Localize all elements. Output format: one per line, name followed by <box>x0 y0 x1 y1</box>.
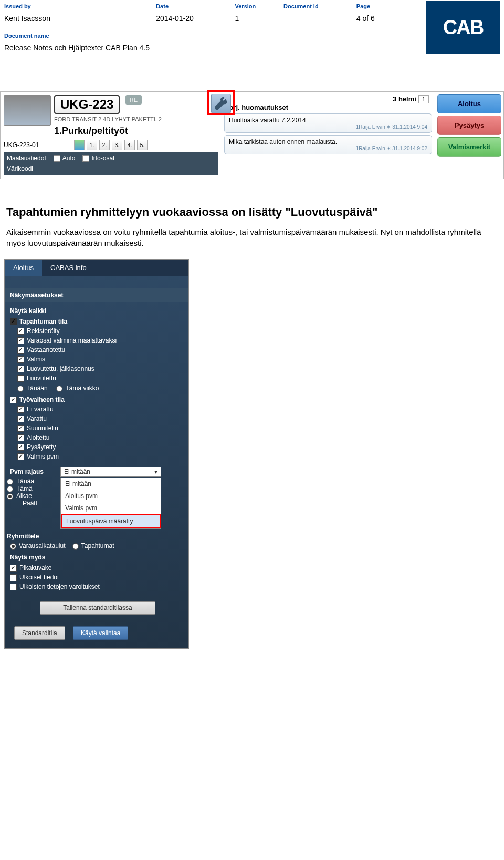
checkbox[interactable] <box>10 565 17 572</box>
value-page: 4 of 6 <box>356 14 375 23</box>
checkbox[interactable] <box>17 347 24 354</box>
radio[interactable] <box>7 479 13 485</box>
doc-header: Issued by Date Version Document id Page … <box>0 0 504 55</box>
list-item: Vastaanotettu <box>17 345 183 355</box>
checkbox[interactable] <box>17 366 24 372</box>
radio[interactable] <box>7 486 13 492</box>
section-title: Tapahtumien ryhmittelyyn vuokaaviossa on… <box>6 205 498 219</box>
datefilter-select[interactable]: Ei mitään ▾ <box>60 467 161 477</box>
standard-mode-button[interactable]: Standarditila <box>14 626 65 640</box>
step-1[interactable]: 1. <box>87 140 97 150</box>
value-issuedby: Kent Isacsson <box>4 14 50 23</box>
item-label: Rekisteröity <box>27 327 60 335</box>
group-title: Tapahtuman tila <box>19 318 67 325</box>
label-page: Page <box>356 3 370 9</box>
list-item: Aloitettu <box>17 433 183 442</box>
list-item: Pysäytetty <box>17 442 183 452</box>
looseparts-checkbox[interactable] <box>82 155 89 162</box>
highlight-wrench-icon <box>207 90 235 115</box>
item-label: Varattu <box>27 415 47 422</box>
step-5[interactable]: 5. <box>137 140 148 150</box>
list-item: Ulkoiset tiedot <box>10 573 183 582</box>
apply-button[interactable]: Käytä valintaa <box>73 626 128 640</box>
row-label: Tämä <box>16 485 33 492</box>
checkbox[interactable] <box>17 356 24 363</box>
checkbox[interactable] <box>17 453 24 460</box>
list-item: Varaosat valmiina maalattavaksi <box>17 336 183 345</box>
note-item[interactable]: Huoltoaika varattu 7.2.2014 1Raija Erwin… <box>224 113 432 133</box>
show-all-label: Näytä kaikki <box>10 307 183 315</box>
step-3[interactable]: 3. <box>112 140 122 150</box>
checkbox[interactable] <box>17 375 24 382</box>
checkbox[interactable] <box>17 337 24 344</box>
job-id: UKG-223-01 <box>4 141 72 149</box>
colorcode-label: Värikoodi <box>4 164 218 175</box>
radio[interactable] <box>7 493 13 500</box>
checkbox[interactable] <box>17 425 24 432</box>
radio-label: Tapahtumat <box>81 542 114 550</box>
wrench-icon[interactable] <box>215 97 227 110</box>
item-label: Luovutettu, jälkiasennus <box>27 365 94 372</box>
checkbox[interactable] <box>10 574 17 581</box>
datefilter-label: Pvm rajaus <box>10 468 57 475</box>
step-4[interactable]: 4. <box>124 140 135 150</box>
radio-schedules[interactable] <box>10 543 16 550</box>
group-event-state: Tapahtuman tila <box>10 317 183 326</box>
list-item: Pikakuvake <box>10 563 183 573</box>
note-text: Huoltoaika varattu 7.2.2014 <box>229 117 427 124</box>
checkbox[interactable] <box>17 434 24 441</box>
checkbox[interactable] <box>17 416 24 422</box>
value-version: 1 <box>235 14 239 23</box>
chevron-down-icon: ▾ <box>154 468 158 475</box>
step-2[interactable]: 2. <box>99 140 110 150</box>
list-item: Ulkoisten tietojen varoitukset <box>10 582 183 592</box>
item-label: Aloitettu <box>27 434 49 441</box>
list-item: Ei varattu <box>17 405 183 414</box>
dropdown-option[interactable]: Ei mitään <box>61 478 161 490</box>
checkbox[interactable] <box>10 584 17 590</box>
item-label: Pysäytetty <box>27 443 56 451</box>
panel-title: Näkymäasetukset <box>5 288 188 302</box>
start-button[interactable]: Aloitus <box>437 94 501 113</box>
row-label: Alkae <box>16 492 32 500</box>
checkbox[interactable] <box>17 406 24 413</box>
radio-label: Varausaikataulut <box>19 542 66 550</box>
vehicle-model: FORD TRANSIT 2.4D LYHYT PAKETTI, 2 <box>54 116 162 122</box>
auto-checkbox[interactable] <box>54 155 60 162</box>
showalso-label: Näytä myös <box>10 554 183 561</box>
done-button[interactable]: Valmismerkit <box>437 137 501 157</box>
dropdown-option[interactable]: Valmis pvm <box>61 502 161 514</box>
radio-today[interactable] <box>17 386 24 392</box>
checkbox[interactable] <box>10 397 17 403</box>
checkbox[interactable] <box>10 318 17 325</box>
pause-button[interactable]: Pysäytys <box>437 116 501 135</box>
list-item: Luovutettu <box>17 374 183 383</box>
notes-header: Korj. huomautukset <box>224 103 432 111</box>
tab-cabas-info[interactable]: CABAS info <box>42 260 95 276</box>
save-standard-button[interactable]: Tallenna standarditilassa <box>40 601 155 615</box>
label-date: Date <box>156 3 169 9</box>
paintinfo-label: Maalaustiedot <box>7 154 46 162</box>
group-title: Työvaiheen tila <box>19 396 65 403</box>
cab-logo: CAB ® <box>426 1 500 54</box>
radio-events[interactable] <box>72 543 79 550</box>
list-item: Valmis pvm <box>17 452 183 461</box>
list-item: Varattu <box>17 414 183 423</box>
task-title: 1.Purku/peltityöt <box>54 126 162 137</box>
radio-label: Tämä viikko <box>65 385 99 392</box>
image-icon[interactable] <box>74 140 85 150</box>
tab-aloitus[interactable]: Aloitus <box>5 260 42 276</box>
dropdown-option[interactable]: Aloitus pvm <box>61 490 161 502</box>
logo-text: CAB <box>443 16 483 38</box>
auto-label: Auto <box>62 154 76 162</box>
checkbox[interactable] <box>17 444 24 451</box>
radio-thisweek[interactable] <box>56 386 62 392</box>
re-button[interactable]: RE <box>125 95 142 105</box>
dropdown-option-highlighted[interactable]: Luovutuspäivä määrätty <box>61 514 161 528</box>
license-plate: UKG-223 <box>54 95 120 114</box>
checkbox[interactable] <box>17 328 24 335</box>
item-label: Valmis <box>27 356 45 363</box>
note-item[interactable]: Mika tarkistaa auton ennen maalausta. 1R… <box>224 135 432 154</box>
label-docid: Document id <box>284 3 319 9</box>
item-label: Vastaanotettu <box>27 346 65 354</box>
